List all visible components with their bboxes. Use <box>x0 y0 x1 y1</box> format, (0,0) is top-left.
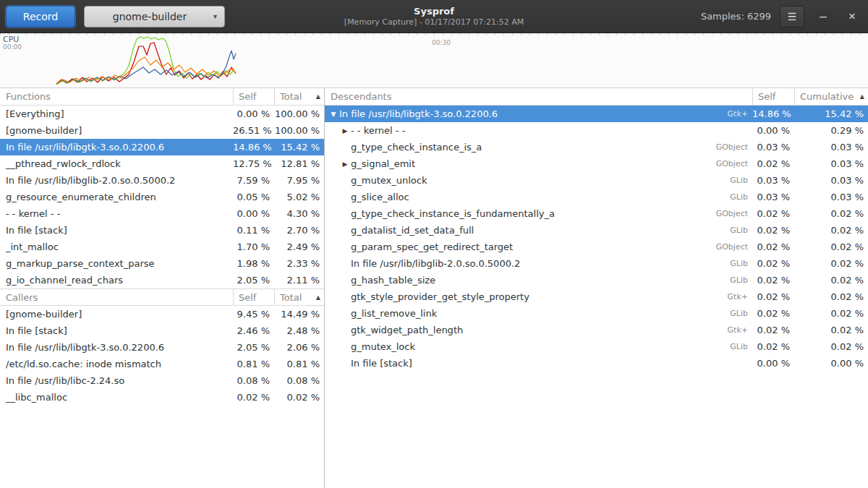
functions-name: - - kernel - - <box>0 208 233 219</box>
descendants-name-cell: g_mutex_lockGLib <box>325 341 752 352</box>
functions-row[interactable]: g_markup_parse_context_parse1.98 %2.33 % <box>0 255 324 272</box>
library-category-label: GLib <box>730 192 752 202</box>
descendants-cumulative-value: 0.03 % <box>794 192 868 202</box>
process-selector-label: gnome-builder <box>92 11 208 22</box>
library-category-label: GLib <box>730 226 752 235</box>
descendants-row[interactable]: g_slice_allocGLib0.03 %0.03 % <box>325 189 868 205</box>
descendants-row[interactable]: ▶- - kernel - -0.00 %0.29 % <box>325 122 868 139</box>
functions-self-value: 12.75 % <box>233 158 274 169</box>
header-right: Samples: 6299 ☰ – × <box>701 6 862 27</box>
descendants-row[interactable]: g_mutex_lockGLib0.02 %0.02 % <box>325 338 868 355</box>
descendants-column-header[interactable]: Descendants <box>325 88 752 105</box>
descendants-row[interactable]: g_mutex_unlockGLib0.03 %0.03 % <box>325 172 868 189</box>
minimize-button[interactable]: – <box>813 6 833 27</box>
descendants-cumulative-value: 0.02 % <box>794 241 868 252</box>
callers-row[interactable]: In file /usr/lib/libc-2.24.so0.08 %0.08 … <box>0 372 324 389</box>
callers-row[interactable]: In file [stack]2.46 %2.48 % <box>0 322 324 339</box>
descendants-self-column-header[interactable]: Self <box>752 88 794 105</box>
library-category-label: GLib <box>730 309 752 318</box>
functions-row[interactable]: _int_malloc1.70 %2.49 % <box>0 239 324 255</box>
functions-self-value: 2.05 % <box>233 275 274 286</box>
functions-row[interactable]: __pthread_rwlock_rdlock12.75 %12.81 % <box>0 155 324 172</box>
descendants-row[interactable]: ▶g_signal_emitGObject0.02 %0.03 % <box>325 155 868 172</box>
descendants-cumulative-value: 0.02 % <box>794 258 868 269</box>
descendants-function-name: In file /usr/lib/libgtk-3.so.0.2200.6 <box>339 108 498 119</box>
descendants-row[interactable]: g_type_check_instance_is_fundamentally_a… <box>325 205 868 222</box>
functions-name: g_io_channel_read_chars <box>0 275 233 286</box>
callers-name: In file /usr/lib/libc-2.24.so <box>0 375 233 386</box>
descendants-cumulative-column-header[interactable]: Cumulative ▲ <box>794 88 868 105</box>
chevron-down-icon: ▾ <box>213 12 217 20</box>
library-category-label: GLib <box>730 342 752 351</box>
expander-expanded-icon[interactable]: ▼ <box>328 111 339 118</box>
descendants-row[interactable]: g_type_check_instance_is_aGObject0.03 %0… <box>325 139 868 155</box>
callers-self-value: 0.08 % <box>233 375 274 386</box>
menu-button[interactable]: ☰ <box>780 6 804 27</box>
descendants-function-name: g_hash_table_size <box>351 275 435 286</box>
descendants-row[interactable]: In file [stack]0.00 %0.00 % <box>325 355 868 372</box>
callers-row[interactable]: __libc_malloc0.02 %0.02 % <box>0 389 324 406</box>
callers-self-column-header[interactable]: Self <box>233 289 274 305</box>
callers-name: __libc_malloc <box>0 392 233 403</box>
expander-collapsed-icon[interactable]: ▶ <box>339 127 351 134</box>
process-selector-dropdown[interactable]: gnome-builder ▾ <box>84 6 225 27</box>
descendants-cumulative-value: 0.02 % <box>794 225 868 236</box>
functions-self-value: 14.86 % <box>233 142 274 153</box>
functions-row[interactable]: - - kernel - -0.00 %4.30 % <box>0 205 324 222</box>
functions-self-value: 0.00 % <box>233 108 274 119</box>
expander-collapsed-icon[interactable]: ▶ <box>339 160 351 168</box>
descendants-row[interactable]: g_param_spec_get_redirect_targetGObject0… <box>325 239 868 255</box>
functions-row[interactable]: g_resource_enumerate_children0.05 %5.02 … <box>0 189 324 205</box>
callers-total-value: 0.02 % <box>274 392 324 403</box>
close-button[interactable]: × <box>842 6 862 27</box>
callers-row[interactable]: In file /usr/lib/libgtk-3.so.0.2200.62.0… <box>0 339 324 356</box>
descendants-cumulative-value: 0.02 % <box>794 325 868 335</box>
callers-column-header[interactable]: Callers <box>0 289 233 305</box>
record-button[interactable]: Record <box>6 6 75 27</box>
library-category-label: GObject <box>716 242 752 252</box>
functions-row[interactable]: In file /usr/lib/libglib-2.0.so.0.5000.2… <box>0 172 324 189</box>
functions-row[interactable]: In file [stack]0.11 %2.70 % <box>0 222 324 239</box>
library-category-label: GLib <box>730 259 752 268</box>
time-mid-label: 00:30 <box>432 39 451 46</box>
functions-row[interactable]: g_io_channel_read_chars2.05 %2.11 % <box>0 272 324 288</box>
main-split: Functions Self Total ▲ [Everything]0.00 … <box>0 88 868 488</box>
descendants-cumulative-value: 0.02 % <box>794 341 868 352</box>
descendants-name-cell: g_param_spec_get_redirect_targetGObject <box>325 241 752 252</box>
functions-total-label: Total <box>280 91 302 102</box>
cpu-graph[interactable]: CPU 00:00 00:30 <box>0 33 868 88</box>
descendants-function-name: g_signal_emit <box>351 158 415 169</box>
library-category-label: Gtk+ <box>728 292 752 301</box>
descendants-row[interactable]: gtk_style_provider_get_style_propertyGtk… <box>325 288 868 305</box>
functions-row[interactable]: [gnome-builder]26.51 %100.00 % <box>0 122 324 139</box>
functions-total-value: 2.33 % <box>274 258 324 269</box>
callers-row[interactable]: /etc/ld.so.cache: inode mismatch0.81 %0.… <box>0 356 324 372</box>
descendants-cumulative-value: 0.02 % <box>794 291 868 302</box>
descendants-cumulative-value: 0.00 % <box>794 358 868 369</box>
functions-column-header[interactable]: Functions <box>0 88 233 105</box>
functions-self-column-header[interactable]: Self <box>233 88 274 105</box>
descendants-row[interactable]: ▼In file /usr/lib/libgtk-3.so.0.2200.6Gt… <box>325 106 868 122</box>
descendants-row[interactable]: In file /usr/lib/libglib-2.0.so.0.5000.2… <box>325 255 868 272</box>
descendants-function-name: g_mutex_lock <box>351 341 415 352</box>
descendants-self-value: 0.02 % <box>752 291 794 302</box>
descendants-cumulative-value: 0.02 % <box>794 275 868 286</box>
descendants-function-name: - - kernel - - <box>351 125 405 136</box>
descendants-row[interactable]: g_datalist_id_set_data_fullGLib0.02 %0.0… <box>325 222 868 239</box>
functions-total-column-header[interactable]: Total ▲ <box>274 88 324 105</box>
callers-total-column-header[interactable]: Total ▲ <box>274 289 324 305</box>
descendants-function-name: g_list_remove_link <box>351 308 437 319</box>
descendants-cumulative-value: 0.03 % <box>794 175 868 186</box>
functions-name: [gnome-builder] <box>0 125 233 136</box>
descendants-row[interactable]: g_hash_table_sizeGLib0.02 %0.02 % <box>325 272 868 288</box>
descendants-name-cell: g_datalist_id_set_data_fullGLib <box>325 225 752 236</box>
callers-row[interactable]: [gnome-builder]9.45 %14.49 % <box>0 306 324 322</box>
functions-row[interactable]: In file /usr/lib/libgtk-3.so.0.2200.614.… <box>0 139 324 155</box>
descendants-function-name: g_slice_alloc <box>351 192 409 202</box>
time-start-label: 00:00 <box>3 43 22 51</box>
sort-indicator-icon: ▲ <box>316 294 320 301</box>
descendants-name-cell: g_type_check_instance_is_fundamentally_a… <box>325 208 752 219</box>
functions-row[interactable]: [Everything]0.00 %100.00 % <box>0 106 324 122</box>
descendants-row[interactable]: g_list_remove_linkGLib0.02 %0.02 % <box>325 305 868 322</box>
descendants-row[interactable]: gtk_widget_path_lengthGtk+0.02 %0.02 % <box>325 322 868 338</box>
